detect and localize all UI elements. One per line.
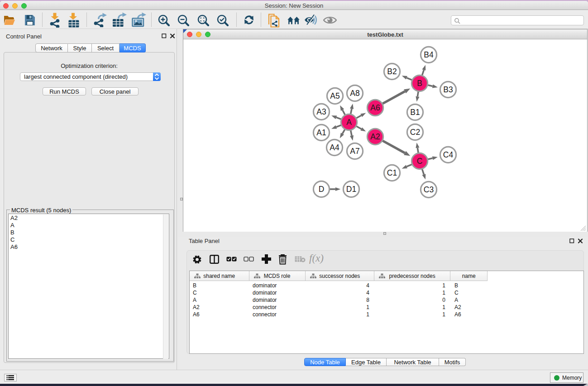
svg-text:C4: C4: [443, 150, 454, 159]
svg-text:A4: A4: [330, 143, 339, 152]
svg-text:C: C: [417, 157, 423, 166]
svg-text:C3: C3: [424, 185, 434, 194]
svg-text:B4: B4: [424, 50, 434, 59]
svg-text:C2: C2: [410, 128, 420, 137]
svg-text:A3: A3: [316, 107, 326, 116]
svg-text:B: B: [417, 79, 422, 88]
svg-text:A: A: [346, 118, 352, 127]
svg-text:A1: A1: [316, 128, 326, 137]
svg-text:A5: A5: [330, 91, 339, 100]
svg-text:D1: D1: [346, 185, 356, 194]
svg-text:A7: A7: [350, 147, 359, 156]
svg-text:B3: B3: [443, 85, 453, 94]
svg-text:D: D: [319, 185, 325, 194]
svg-text:B1: B1: [410, 108, 420, 117]
svg-text:B2: B2: [387, 67, 397, 76]
svg-text:A8: A8: [350, 89, 359, 98]
svg-text:A6: A6: [370, 103, 380, 112]
svg-text:C1: C1: [387, 168, 397, 177]
svg-text:A2: A2: [370, 132, 380, 141]
